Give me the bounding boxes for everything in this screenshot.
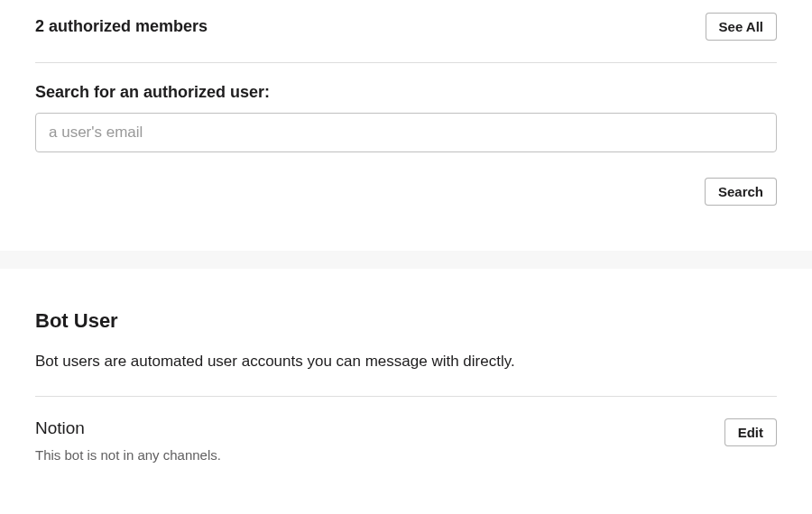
authorized-header-row: 2 authorized members See All [35, 13, 777, 62]
search-label: Search for an authorized user: [35, 83, 777, 102]
search-block: Search for an authorized user: Search [35, 63, 777, 206]
bot-info: Notion This bot is not in any channels. [35, 418, 221, 463]
bot-name: Notion [35, 418, 221, 438]
bot-user-section: Bot User Bot users are automated user ac… [0, 269, 812, 463]
bot-row: Notion This bot is not in any channels. … [35, 397, 777, 463]
authorized-members-section: 2 authorized members See All Search for … [0, 0, 812, 251]
bot-user-description: Bot users are automated user accounts yo… [35, 353, 777, 371]
edit-button[interactable]: Edit [724, 418, 777, 446]
bot-user-heading: Bot User [35, 309, 777, 333]
bot-status: This bot is not in any channels. [35, 447, 221, 463]
search-button[interactable]: Search [705, 178, 777, 206]
authorized-count-label: 2 authorized members [35, 17, 208, 36]
see-all-button[interactable]: See All [706, 13, 777, 41]
section-gap [0, 251, 812, 269]
search-input[interactable] [35, 113, 777, 152]
search-button-row: Search [35, 178, 777, 206]
